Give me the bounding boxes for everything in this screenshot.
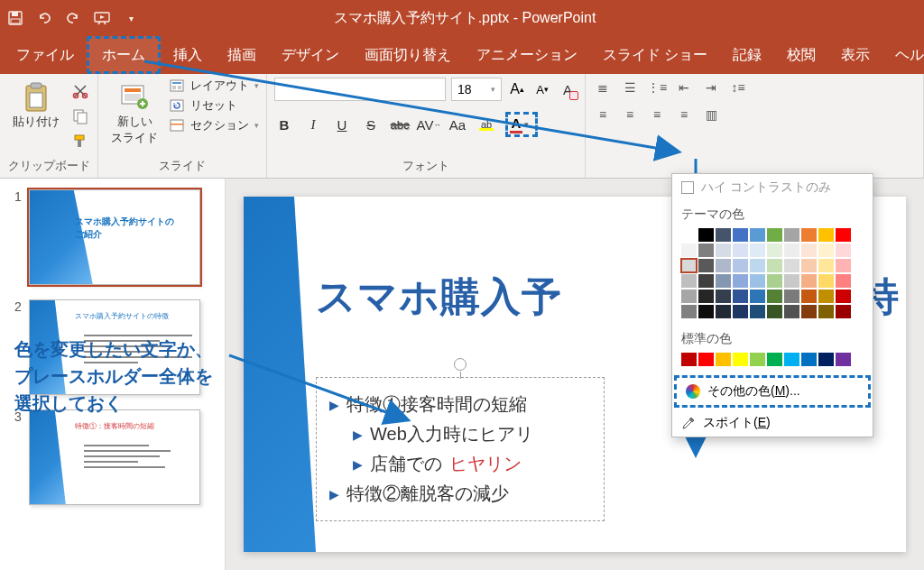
tab-review[interactable]: 校閲 bbox=[774, 36, 828, 74]
clipboard-icon bbox=[20, 81, 52, 114]
color-swatch[interactable] bbox=[784, 228, 799, 242]
qat-more-icon[interactable]: ▾ bbox=[123, 10, 139, 26]
color-swatch[interactable] bbox=[836, 228, 851, 242]
increase-indent-icon[interactable]: ⇥ bbox=[701, 78, 721, 97]
color-swatch[interactable] bbox=[818, 228, 834, 242]
high-contrast-option[interactable]: ハイ コントラストのみ bbox=[672, 174, 873, 201]
color-swatch[interactable] bbox=[698, 305, 714, 318]
color-swatch[interactable] bbox=[767, 290, 782, 303]
color-swatch[interactable] bbox=[698, 274, 714, 288]
color-swatch[interactable] bbox=[733, 259, 748, 272]
color-swatch[interactable] bbox=[836, 353, 851, 366]
color-swatch[interactable] bbox=[818, 274, 834, 288]
color-swatch[interactable] bbox=[818, 305, 834, 318]
color-swatch[interactable] bbox=[801, 290, 817, 303]
color-swatch[interactable] bbox=[801, 228, 817, 242]
columns-icon[interactable]: ▥ bbox=[701, 105, 721, 124]
save-icon[interactable] bbox=[7, 10, 23, 26]
color-swatch[interactable] bbox=[818, 290, 834, 303]
color-swatch[interactable] bbox=[733, 244, 748, 257]
color-swatch[interactable] bbox=[750, 305, 765, 318]
color-swatch[interactable] bbox=[716, 274, 731, 288]
color-swatch[interactable] bbox=[801, 305, 817, 318]
color-swatch[interactable] bbox=[681, 290, 697, 303]
redo-icon[interactable] bbox=[65, 10, 81, 26]
more-colors-option[interactable]: その他の色(M)... bbox=[674, 375, 871, 408]
color-swatch[interactable] bbox=[818, 244, 834, 257]
undo-icon[interactable] bbox=[36, 10, 52, 26]
tab-help[interactable]: ヘルプ bbox=[882, 36, 924, 74]
color-swatch[interactable] bbox=[836, 305, 851, 318]
color-swatch[interactable] bbox=[733, 290, 748, 303]
color-swatch[interactable] bbox=[681, 228, 697, 242]
cut-icon[interactable] bbox=[70, 81, 90, 101]
color-swatch[interactable] bbox=[716, 290, 731, 303]
color-swatch[interactable] bbox=[681, 305, 697, 318]
color-swatch[interactable] bbox=[733, 274, 748, 288]
color-swatch[interactable] bbox=[681, 274, 697, 288]
font-color-dropdown: ハイ コントラストのみ テーマの色 標準の色 その他の色(M)... スポイト(… bbox=[671, 173, 873, 437]
color-swatch[interactable] bbox=[681, 259, 697, 272]
rotate-handle-icon[interactable] bbox=[454, 358, 467, 371]
format-painter-icon[interactable] bbox=[70, 132, 90, 152]
color-swatch[interactable] bbox=[767, 353, 782, 366]
color-swatch[interactable] bbox=[767, 259, 782, 272]
color-swatch[interactable] bbox=[801, 244, 817, 257]
color-swatch[interactable] bbox=[716, 305, 731, 318]
color-swatch[interactable] bbox=[801, 274, 817, 288]
thumbnail-3[interactable]: 3 特徴①：接客時間の短縮 bbox=[14, 409, 210, 505]
thumbnail-1[interactable]: 1 スマホ購入予約サイトの ご紹介 bbox=[14, 189, 210, 285]
color-swatch[interactable] bbox=[750, 259, 765, 272]
color-swatch[interactable] bbox=[681, 244, 697, 257]
line-spacing-icon[interactable]: ↕≡ bbox=[728, 78, 748, 97]
color-swatch[interactable] bbox=[698, 228, 714, 242]
color-swatch[interactable] bbox=[750, 353, 765, 366]
color-swatch[interactable] bbox=[698, 353, 714, 366]
color-swatch[interactable] bbox=[750, 244, 765, 257]
color-swatch[interactable] bbox=[698, 244, 714, 257]
color-swatch[interactable] bbox=[716, 353, 731, 366]
color-swatch[interactable] bbox=[767, 274, 782, 288]
color-swatch[interactable] bbox=[681, 353, 697, 366]
svg-rect-12 bbox=[78, 140, 81, 147]
eyedropper-option[interactable]: スポイト(E) bbox=[672, 409, 873, 437]
color-swatch[interactable] bbox=[801, 353, 817, 366]
color-swatch[interactable] bbox=[801, 259, 817, 272]
tab-file[interactable]: ファイル bbox=[4, 36, 87, 74]
color-swatch[interactable] bbox=[733, 305, 748, 318]
color-swatch[interactable] bbox=[836, 290, 851, 303]
copy-icon[interactable] bbox=[70, 106, 90, 126]
paste-button[interactable]: 貼り付け bbox=[7, 78, 65, 133]
tab-record[interactable]: 記録 bbox=[720, 36, 774, 74]
callout-text: 色を変更したい文字か、 プレースホルダー全体を 選択しておく bbox=[14, 336, 213, 417]
color-swatch[interactable] bbox=[698, 259, 714, 272]
color-swatch[interactable] bbox=[767, 244, 782, 257]
color-swatch[interactable] bbox=[784, 290, 799, 303]
color-swatch[interactable] bbox=[716, 259, 731, 272]
tab-view[interactable]: 表示 bbox=[828, 36, 882, 74]
color-swatch[interactable] bbox=[750, 274, 765, 288]
checkbox-icon bbox=[681, 181, 694, 194]
color-swatch[interactable] bbox=[750, 290, 765, 303]
color-swatch[interactable] bbox=[784, 259, 799, 272]
color-swatch[interactable] bbox=[716, 228, 731, 242]
color-swatch[interactable] bbox=[733, 228, 748, 242]
color-swatch[interactable] bbox=[733, 353, 748, 366]
color-swatch[interactable] bbox=[784, 305, 799, 318]
color-swatch[interactable] bbox=[836, 274, 851, 288]
color-swatch[interactable] bbox=[784, 244, 799, 257]
color-swatch[interactable] bbox=[818, 259, 834, 272]
color-swatch[interactable] bbox=[784, 353, 799, 366]
color-swatch[interactable] bbox=[836, 259, 851, 272]
color-swatch[interactable] bbox=[716, 244, 731, 257]
color-swatch[interactable] bbox=[836, 244, 851, 257]
bullet-icon: ▶ bbox=[353, 457, 363, 472]
slide-title-left: スマホ購入予 bbox=[316, 271, 562, 324]
color-swatch[interactable] bbox=[698, 290, 714, 303]
color-swatch[interactable] bbox=[784, 274, 799, 288]
color-swatch[interactable] bbox=[818, 353, 834, 366]
color-swatch[interactable] bbox=[767, 228, 782, 242]
color-swatch[interactable] bbox=[750, 228, 765, 242]
slideshow-start-icon[interactable] bbox=[94, 10, 110, 26]
color-swatch[interactable] bbox=[767, 305, 782, 318]
